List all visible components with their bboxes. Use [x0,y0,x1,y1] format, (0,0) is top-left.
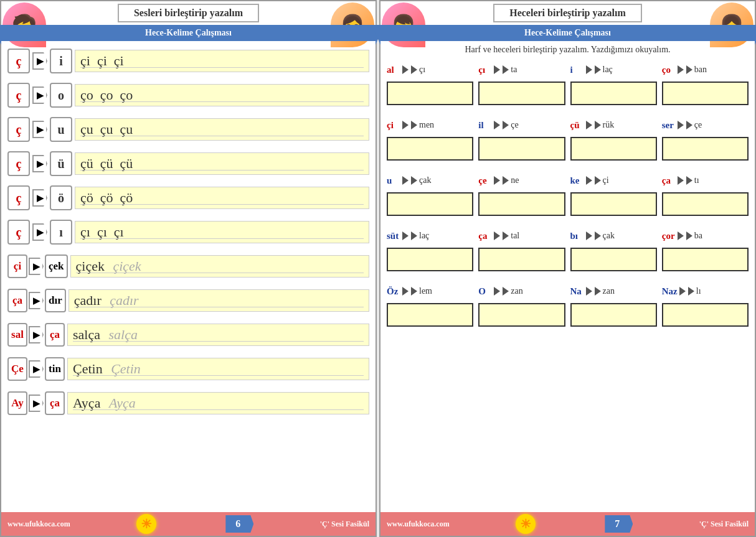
cell-o-zan-top: O zan [478,281,565,301]
label-ce: çe [478,175,492,186]
suffix-ti: tı [694,175,699,185]
cell-cor-ba: çor ba [662,226,749,271]
row-ayca: Ay ▶ ça Ayça Ayça [7,387,369,419]
write-box-sutlac[interactable] [387,248,473,271]
salca-arrow: ▶ [29,326,44,343]
arrow-tri-12a [678,176,684,185]
write-cicek-text: çiçek çiçek [76,257,364,276]
write-box-catal[interactable] [478,248,565,271]
salca-syl2: ça [45,323,65,347]
arrow-tri-1b [411,65,417,74]
arrow-tri-13b [411,231,417,240]
cell-ci-ta-top: çı ta [478,60,565,80]
cadir-syls: ça ▶ dır [7,289,66,312]
label-oz: Öz [387,286,400,297]
cell-ce-ne: çe ne [478,170,565,216]
row-cu: ç ▶ u çu çu çu [7,113,369,146]
salca-syl1: sal [7,323,27,347]
write-co2: çö çö çö [75,187,369,210]
arrow-tri-17b [411,287,417,296]
cell-ci-men-top: çi men [387,115,473,135]
label-cu: çü [570,120,584,131]
label-naz: Naz [662,286,678,297]
write-box-nazan[interactable] [570,303,657,327]
write-box-serce[interactable] [662,137,749,161]
write-box-cene[interactable] [478,192,565,216]
syl-u2: ü [50,151,72,176]
arrow-tri-4b [686,65,692,74]
suffix-ne: ne [511,175,519,185]
write-co-text: ço ço ço [80,86,364,105]
write-box-bicak[interactable] [570,248,657,271]
suffix-cak2: çak [603,231,615,241]
cell-na-zan: Na zan [570,281,657,327]
cell-ke-ci-top: ke çi [570,170,657,190]
arrow-tri-8a [678,121,684,129]
cell-oz-lem-top: Öz lem [387,281,473,301]
write-ci2: çı çı çı [75,221,369,244]
label-ca: ça [662,175,676,186]
cell-o-zan: O zan [478,281,565,327]
row-salca: sal ▶ ça salça salça [7,319,369,351]
arrow-tri-15b [595,231,601,240]
syl-c5: ç [7,185,30,210]
right-content: Harf ve heceleri birleştirip yazalım. Ya… [380,41,755,512]
write-box-nazli[interactable] [662,303,749,327]
write-box-keci[interactable] [570,192,657,216]
cell-na-zan-top: Na zan [570,281,657,301]
cell-ser-ce-top: ser çe [662,115,749,135]
arrow-tri-3b [595,65,601,74]
suffix-ce: çe [511,120,518,130]
right-subtitle: Harf ve heceleri birleştirip yazalım. Ya… [387,45,749,55]
write-box-ozan[interactable] [478,303,565,327]
suffix-ci2: çi [603,175,609,185]
write-salca-text: salça salça [73,325,364,345]
arrow-tri-2a [494,65,500,74]
ayca-syls: Ay ▶ ça [7,391,65,415]
write-box-ilce[interactable] [478,137,565,161]
spacer-2 [387,164,749,167]
label-na: Na [570,286,584,297]
write-box-ucak[interactable] [387,192,473,216]
write-box-corba[interactable] [662,248,749,271]
cell-ci-ta: çı ta [478,60,565,105]
suffix-ci: çı [419,65,425,75]
left-page-num: 6 [222,515,253,533]
write-box-coban[interactable] [662,82,749,105]
arrow-tri-18a [494,287,500,296]
syl-c-text: ç [16,54,22,68]
write-box-cita[interactable] [478,82,565,105]
label-u: u [387,175,400,186]
write-box-ozlem[interactable] [387,303,473,327]
arrow-tri-15a [586,231,592,240]
write-box-ilac[interactable] [570,82,657,105]
write-cadir-text: çadır çadır [74,291,364,311]
arrow-tri-19a [586,287,592,296]
arrow-tri-2b [503,65,509,74]
cetin-arrow: ▶ [29,360,44,378]
left-content: ç ▶ i çi çi çi ç ▶ o ço ço ço ç ▶ u çu ç… [1,41,376,512]
arrow-tri-1a [402,65,409,74]
label-i: i [570,65,584,75]
ayca-arrow: ▶ [29,395,44,412]
arrow-tri-16a [678,231,684,240]
left-page: 🧒 👩 Sesleri birleştirip yazalım Hece-Kel… [0,0,377,537]
syl-c: ç [7,49,30,73]
cell-naz-li-top: Naz lı [662,281,749,301]
syl-i-text: i [59,54,63,68]
row-cu2: ç ▶ ü çü çü çü [7,147,369,180]
right-header: 👦 👧 Heceleri birleştirip yazalım Hece-Ke… [380,1,755,41]
cadir-syl1: ça [7,289,27,312]
write-box-curuk[interactable] [570,137,657,161]
right-title-box: Heceleri birleştirip yazalım [493,4,642,22]
write-box-alcı[interactable] [387,82,473,105]
left-sun: ☀ [136,514,156,534]
arrow-tri-14a [494,231,500,240]
arrow-tri-20a [679,287,686,296]
row-co2: ç ▶ ö çö çö çö [7,182,369,214]
write-box-cimen[interactable] [387,137,473,161]
left-header: 🧒 👩 Sesleri birleştirip yazalım Hece-Kel… [1,1,376,41]
arrow-tri-5b [411,121,417,129]
label-il: il [478,120,492,131]
write-box-cati[interactable] [662,192,749,216]
